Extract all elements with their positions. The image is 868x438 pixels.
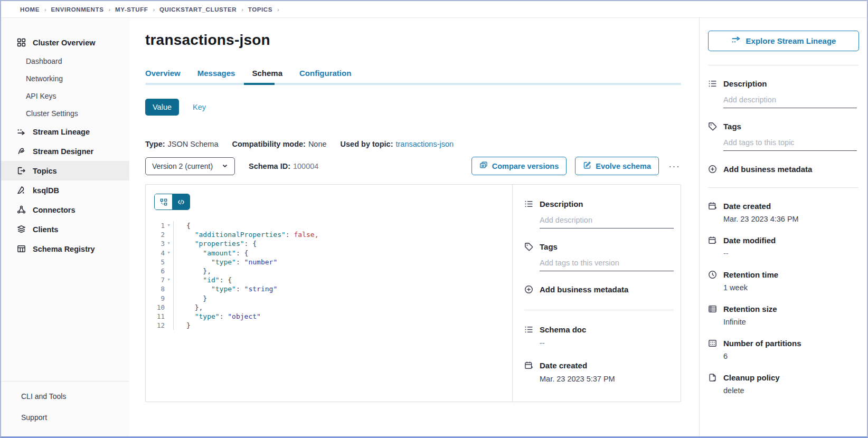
detail-number-of-partitions: Number of partitions 6	[708, 339, 858, 360]
panel-divider	[524, 310, 674, 310]
fold-caret-icon[interactable]: ▼	[166, 249, 171, 258]
detail-date-created: Date created Mar. 23 2023 4:36 PM	[708, 202, 858, 223]
tab-messages[interactable]: Messages	[197, 69, 235, 83]
sidebar-item-support[interactable]: Support	[1, 407, 129, 428]
cluster-overview-grid-icon	[17, 38, 26, 47]
breadcrumb-quickstart-cluster[interactable]: QUICKSTART_CLUSTER	[159, 6, 237, 13]
schema-card: 1▼{2 "additionalProperties": false,3▼ "p…	[145, 184, 681, 402]
key-toggle-link[interactable]: Key	[193, 103, 206, 111]
breadcrumb-separator: ›	[108, 6, 110, 13]
compare-versions-button[interactable]: Compare versions	[471, 157, 567, 175]
evolve-schema-button[interactable]: Evolve schema	[575, 157, 659, 175]
sidebar-item-label: Dashboard	[26, 57, 62, 65]
sidebar-divider	[1, 381, 129, 382]
version-description-input[interactable]	[540, 214, 674, 228]
add-business-metadata-button[interactable]: Add business metadata	[708, 165, 858, 174]
sidebar-item-label: Clients	[33, 225, 58, 234]
page-title: transactions-json	[145, 32, 681, 49]
schema-doc-label: Schema doc	[540, 325, 586, 334]
detail-retention-time: Retention time 1 week	[708, 270, 858, 292]
topic-details-panel: Explore Stream Lineage Description T	[699, 18, 867, 436]
code-line: 11 "type": "object"	[146, 312, 512, 321]
plus-circle-icon	[708, 165, 717, 174]
tree-view-toggle[interactable]	[155, 194, 172, 210]
sidebar-item-clients[interactable]: Clients	[1, 220, 129, 239]
more-actions-menu[interactable]: ···	[667, 164, 681, 169]
sidebar-item-label: Connectors	[33, 206, 76, 214]
version-select[interactable]: Version 2 (current)	[145, 157, 235, 175]
sidebar-item-stream-lineage[interactable]: Stream Lineage	[1, 122, 129, 141]
code-line: 7▼ "id": {	[146, 275, 512, 284]
version-tags-input[interactable]	[540, 256, 674, 271]
fold-caret-icon[interactable]: ▼	[166, 221, 171, 230]
used-by-topic-link[interactable]: transactions-json	[395, 140, 454, 148]
schema-registry-table-icon	[17, 244, 26, 253]
compatibility-mode: Compatibility mode:None	[232, 140, 327, 148]
tags-icon	[708, 122, 717, 131]
stream-lineage-icon	[731, 35, 741, 46]
breadcrumb-separator: ›	[153, 6, 155, 13]
explore-stream-lineage-button[interactable]: Explore Stream Lineage	[708, 31, 859, 51]
description-label: Description	[723, 79, 767, 88]
value-toggle-button[interactable]: Value	[145, 99, 179, 116]
breadcrumb-separator: ›	[44, 6, 46, 13]
code-line: 1▼{	[146, 221, 512, 230]
description-label: Description	[540, 199, 583, 208]
active-tab-indicator	[244, 83, 275, 85]
code-line: 6 },	[146, 266, 512, 275]
code-line: 3▼ "properties": {	[146, 239, 512, 248]
topic-tags-input[interactable]	[723, 136, 857, 151]
breadcrumb: HOME › ENVIRONMENTS › MY-STUFF › QUICKST…	[1, 1, 867, 18]
tags-icon	[524, 242, 533, 251]
schema-code-pane: 1▼{2 "additionalProperties": false,3▼ "p…	[146, 185, 513, 402]
breadcrumb-home[interactable]: HOME	[20, 6, 40, 13]
schema-version-metadata-panel: Description Tags	[513, 185, 684, 402]
sidebar-item-stream-designer[interactable]: Stream Designer	[1, 141, 129, 161]
sidebar-item-label: Cluster Overview	[33, 39, 95, 47]
sidebar-item-networking[interactable]: Networking	[1, 70, 129, 87]
sidebar-item-cluster-overview[interactable]: Cluster Overview	[1, 33, 129, 52]
code-line: 8 "type": "string"	[146, 284, 512, 293]
left-sidebar: Cluster Overview Dashboard Networking AP…	[1, 18, 129, 436]
date-created-label: Date created	[540, 361, 587, 370]
sidebar-item-cluster-settings[interactable]: Cluster Settings	[1, 104, 129, 122]
sidebar-item-api-keys[interactable]: API Keys	[1, 87, 129, 104]
breadcrumb-topics[interactable]: TOPICS	[248, 6, 272, 13]
calendar-plus-icon	[708, 202, 717, 211]
sidebar-item-cli-and-tools[interactable]: CLI and Tools	[1, 386, 129, 407]
connectors-icon	[17, 205, 26, 214]
tab-overview[interactable]: Overview	[145, 69, 181, 83]
calendar-edit-icon	[708, 236, 717, 245]
fold-caret-icon[interactable]: ▼	[166, 239, 171, 248]
schema-doc-list-icon	[524, 325, 533, 334]
sidebar-item-schema-registry[interactable]: Schema Registry	[1, 239, 129, 259]
stream-designer-icon	[17, 147, 26, 156]
schema-doc-value: --	[540, 339, 674, 347]
schema-id: Schema ID:100004	[249, 162, 318, 170]
compare-versions-icon	[479, 161, 488, 171]
breadcrumb-environments[interactable]: ENVIRONMENTS	[51, 6, 104, 13]
detail-cleanup-policy: Cleanup policy delete	[708, 373, 858, 395]
clock-icon	[708, 270, 717, 279]
sidebar-item-ksqldb[interactable]: ksqlDB	[1, 180, 129, 200]
chevron-down-icon	[222, 162, 228, 170]
breadcrumb-my-stuff[interactable]: MY-STUFF	[115, 6, 148, 13]
sidebar-item-connectors[interactable]: Connectors	[1, 200, 129, 220]
plus-circle-icon	[524, 285, 533, 294]
evolve-schema-edit-icon	[583, 161, 591, 171]
sidebar-item-label: Schema Registry	[33, 245, 95, 253]
schema-view-toggle	[154, 194, 190, 210]
sidebar-item-label: Stream Designer	[33, 147, 93, 156]
sidebar-item-topics[interactable]: Topics	[1, 161, 129, 180]
code-line: 12}	[146, 321, 512, 330]
add-business-metadata-button[interactable]: Add business metadata	[524, 285, 674, 294]
panel-divider	[708, 65, 858, 65]
topic-description-input[interactable]	[723, 93, 857, 108]
fold-caret-icon[interactable]: ▼	[166, 275, 171, 284]
code-lines[interactable]: 1▼{2 "additionalProperties": false,3▼ "p…	[146, 221, 512, 330]
tab-configuration[interactable]: Configuration	[299, 69, 351, 83]
sidebar-item-dashboard[interactable]: Dashboard	[1, 52, 129, 70]
tags-label: Tags	[723, 122, 741, 131]
code-view-toggle[interactable]	[172, 194, 190, 210]
tab-schema[interactable]: Schema	[252, 69, 282, 83]
